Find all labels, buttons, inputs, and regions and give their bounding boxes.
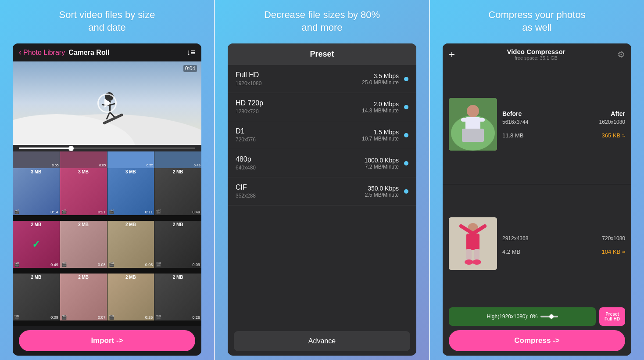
preset-dot-cif [404, 189, 408, 194]
video-scrubber[interactable] [13, 145, 201, 151]
panel-3: Compress your photos as well + Video Com… [430, 0, 644, 360]
grid-cell-10[interactable]: 2 MB 🎬 0:07 [60, 274, 107, 320]
preset-button[interactable]: Preset Full HD [599, 307, 625, 326]
scrubber-bar[interactable] [19, 148, 195, 149]
after-size-1: 365 KB ≈ [602, 132, 625, 139]
preset-item-d1[interactable]: D1 720x576 1.5 Mbps 10.7 MB/Minute [228, 121, 416, 149]
add-icon[interactable]: + [449, 48, 455, 61]
preset-item-cif[interactable]: CIF 352x288 350.0 Kbps 2.5 MB/Minute [228, 177, 416, 205]
grid-cell-7[interactable]: 2 MB 🎬 0:05 [107, 221, 154, 268]
thumb-time-4: 0:49 [193, 163, 200, 167]
grid-cell-1[interactable]: 3 MB 🎬 0:14 [13, 168, 60, 215]
cell-dur-11: 0:26 [145, 315, 153, 320]
before-dims-2: 2912x4368 [502, 235, 528, 241]
preset-header: Preset [228, 43, 416, 65]
cam-icon-10: 🎬 [61, 315, 67, 320]
cam-icon-12: 🎬 [156, 315, 161, 320]
before-dims-1: 5616x3744 [502, 119, 528, 125]
thumb-mini-1: 0:55 [13, 151, 60, 168]
preset-rate-480p: 7.2 MB/Minute [364, 164, 399, 170]
preset-name-hd720: HD 720p [236, 99, 362, 107]
scrubber-thumb[interactable] [68, 146, 74, 151]
video-preview[interactable]: 0:04 [13, 61, 201, 145]
cam-icon-9: 🎬 [14, 315, 19, 320]
video-duration: 0:04 [183, 65, 197, 72]
sort-icon[interactable]: ↓≡ [186, 48, 195, 57]
thumb-mini-3: 0:55 [107, 151, 154, 168]
size-row-1: 11.8 MB 365 KB ≈ [502, 132, 625, 139]
preset-res-fullhd: 1920x1080 [236, 80, 362, 86]
grid-cell-2[interactable]: 3 MB 🎬 0:21 [60, 168, 107, 215]
photo-library-link[interactable]: Photo Library [23, 49, 65, 57]
cell-dur-5: 0:49 [50, 263, 58, 267]
svg-rect-16 [462, 129, 484, 142]
before-size-2: 4.2 MB [502, 248, 520, 255]
cell-size-11: 2 MB [107, 275, 154, 280]
check-icon: ✓ [32, 239, 40, 250]
cell-dur-12: 0:26 [192, 315, 200, 320]
import-button[interactable]: Import -> [19, 330, 195, 351]
preset-item-480p[interactable]: 480p 640x480 1000.0 Kbps 7.2 MB/Minute [228, 149, 416, 177]
compressor-controls: High(1920x1080): 0% Preset Full HD Compr… [443, 303, 631, 356]
camera-roll-label: Camera Roll [68, 49, 109, 57]
preset-item-fullhd[interactable]: Full HD 1920x1080 3.5 Mbps 25.0 MB/Minut… [228, 65, 416, 93]
compressor-header: + Video Compressor free space: 35.1 GB ⚙ [443, 43, 631, 65]
back-chevron-icon[interactable]: ‹ [19, 48, 21, 57]
grid-cell-6[interactable]: 2 MB 🎬 0:08 [60, 221, 107, 268]
photo-image-2 [449, 217, 497, 270]
cell-dur-4: 0:49 [192, 210, 200, 214]
grid-cell-3[interactable]: 3 MB 🎬 0:11 [107, 168, 154, 215]
panel-2: Decrease file sizes by 80% and more Pres… [215, 0, 429, 360]
preset-name-cif: CIF [236, 184, 365, 191]
photo-row-2: 2912x4368 720x1080 4.2 MB 104 KB ≈ [443, 184, 631, 303]
grid-cell-11[interactable]: 2 MB 🎬 0:26 [107, 274, 154, 320]
preset-speed-d1: 1.5 Mbps 10.7 MB/Minute [362, 129, 399, 142]
advance-button[interactable]: Advance [234, 331, 410, 351]
preset-name-d1: D1 [236, 127, 362, 135]
cell-size-4: 2 MB [154, 169, 201, 174]
compress-button[interactable]: Compress -> [449, 330, 625, 351]
gear-icon[interactable]: ⚙ [617, 49, 625, 60]
photo-image-1 [449, 98, 497, 151]
cell-size-1: 3 MB [13, 169, 60, 174]
grid-cell-12[interactable]: 2 MB 🎬 0:26 [154, 274, 201, 320]
preset-item-hd720[interactable]: HD 720p 1280x720 2.0 Mbps 14.3 MB/Minute [228, 93, 416, 121]
svg-point-12 [467, 105, 479, 117]
free-space: free space: 35.1 GB [507, 55, 565, 61]
dims-row-2: 2912x4368 720x1080 [502, 235, 625, 241]
cell-dur-1: 0:14 [50, 210, 58, 214]
grid-cell-9[interactable]: 2 MB 🎬 0:09 [13, 274, 60, 320]
before-label: Before [502, 110, 522, 117]
quality-slider[interactable] [540, 316, 558, 317]
grid-cell-4[interactable]: 2 MB 🎬 0:49 [154, 168, 201, 215]
svg-point-24 [465, 259, 473, 265]
cell-size-5: 2 MB [13, 222, 60, 227]
play-button[interactable] [97, 94, 117, 113]
cam-icon-11: 🎬 [109, 315, 114, 320]
panel-2-title: Decrease file sizes by 80% and more [264, 9, 380, 34]
cell-dur-8: 0:09 [192, 263, 200, 267]
preset-res-hd720: 1280x720 [236, 108, 362, 115]
preset-dot-d1 [404, 133, 408, 137]
thumbnail-strip: 0:55 0:05 0:55 0:49 [13, 151, 201, 168]
panel-1-screen: ‹ Photo Library Camera Roll ↓≡ [13, 43, 201, 356]
preset-rate-hd720: 14.3 MB/Minute [362, 108, 399, 114]
preset-rate-fullhd: 25.0 MB/Minute [362, 79, 399, 86]
photo-info-1: Before After 5616x3744 1620x1080 11.8 MB… [502, 110, 625, 139]
preset-dot-480p [404, 161, 408, 166]
grid-cell-8[interactable]: 2 MB 🎬 0:09 [154, 221, 201, 268]
play-icon [104, 99, 111, 108]
header-nav: ‹ Photo Library Camera Roll [19, 48, 110, 57]
preset-btn-label1: Preset [605, 312, 619, 317]
svg-rect-15 [479, 118, 485, 122]
grid-cell-5[interactable]: 2 MB ✓ 🎬 0:49 [13, 221, 60, 268]
cell-dur-6: 0:08 [98, 263, 106, 267]
quality-button[interactable]: High(1920x1080): 0% [449, 307, 596, 326]
panel-1: Sort video files by size and date ‹ Phot… [0, 0, 214, 360]
panel-3-screen: + Video Compressor free space: 35.1 GB ⚙ [443, 43, 631, 356]
preset-res-480p: 640x480 [236, 165, 364, 171]
preset-btn-label2: Full HD [605, 317, 620, 321]
preset-info-hd720: HD 720p 1280x720 [236, 99, 362, 115]
cell-size-6: 2 MB [60, 222, 107, 227]
cam-icon-8: 🎬 [156, 262, 161, 267]
